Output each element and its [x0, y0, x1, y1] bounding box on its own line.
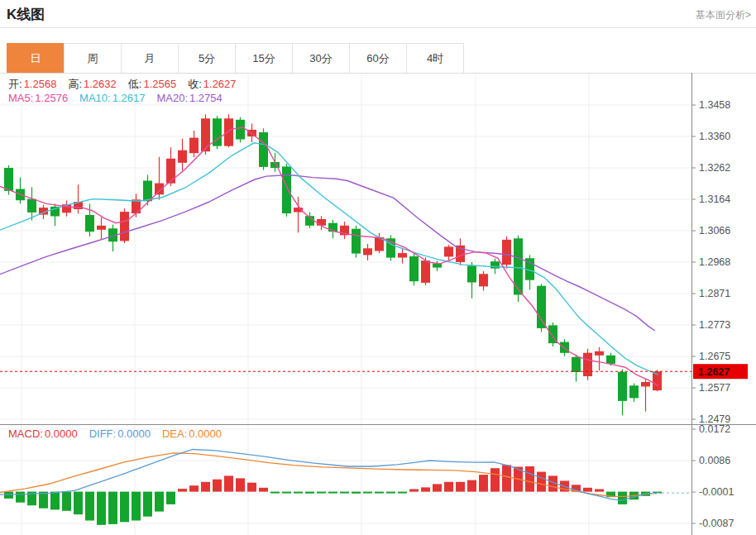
- kline-chart-canvas[interactable]: 1.34581.33601.32621.31641.30661.29681.28…: [0, 73, 756, 535]
- svg-text:-0.0087: -0.0087: [699, 518, 734, 529]
- tab-日[interactable]: 日: [7, 43, 65, 74]
- readout-ma20: MA20:1.2754: [156, 92, 222, 104]
- candle: [456, 238, 465, 265]
- candle: [548, 322, 557, 346]
- macd-bar: [328, 492, 337, 494]
- macd-bar: [386, 492, 395, 494]
- readout-diff: DIFF:0.0000: [89, 428, 151, 440]
- macd-bar: [166, 492, 175, 504]
- macd-bar: [618, 492, 627, 504]
- candle: [213, 116, 222, 149]
- candle: [572, 355, 581, 382]
- tab-4时[interactable]: 4时: [406, 43, 464, 74]
- macd-bar: [4, 492, 13, 499]
- fundamental-analysis-link[interactable]: 基本面分析>: [696, 8, 751, 22]
- svg-text:1.3458: 1.3458: [699, 99, 730, 111]
- macd-bar: [525, 466, 534, 492]
- svg-text:1.3360: 1.3360: [699, 131, 730, 142]
- macd-bar: [108, 492, 117, 524]
- macd-bar: [259, 488, 268, 492]
- macd-bar: [85, 492, 94, 521]
- macd-bar: [352, 492, 361, 494]
- current-price-marker: 1.2627: [693, 364, 748, 379]
- macd-bar: [39, 492, 48, 509]
- macd-bar: [97, 492, 106, 525]
- macd-bar: [294, 492, 303, 494]
- candles: [4, 114, 662, 415]
- macd-bar: [317, 492, 326, 494]
- macd-bar: [282, 492, 291, 494]
- candle: [120, 208, 129, 243]
- candle: [50, 203, 60, 226]
- candle: [618, 370, 627, 416]
- tab-月[interactable]: 月: [121, 43, 179, 74]
- readout-macd: MACD:0.0000: [8, 428, 78, 440]
- macd-bar: [189, 485, 199, 491]
- ma-readout: MA5:1.2576MA10:1.2617MA20:1.2754: [8, 92, 234, 104]
- readout-close: 收:1.2627: [188, 78, 236, 90]
- macd-bar: [595, 490, 604, 492]
- candle: [363, 244, 372, 260]
- svg-text:-0.0001: -0.0001: [699, 486, 734, 498]
- candle: [479, 271, 488, 291]
- readout-dea: DEA:0.0000: [162, 428, 222, 440]
- macd-bar: [375, 492, 384, 494]
- kline-widget: { "header": { "title": "K线图", "link": "基…: [0, 0, 756, 535]
- candle: [247, 124, 256, 143]
- macd-histogram: [4, 465, 662, 525]
- candle: [352, 226, 361, 258]
- svg-text:1.2675: 1.2675: [699, 351, 730, 362]
- macd-bar: [456, 482, 465, 492]
- candle: [189, 131, 199, 157]
- readout-ma5: MA5:1.2576: [8, 92, 68, 104]
- readout-open: 开:1.2568: [8, 78, 56, 90]
- ma10-line: [0, 143, 658, 375]
- candle: [340, 222, 349, 239]
- macd-bar: [583, 488, 592, 492]
- candle: [97, 217, 106, 239]
- tab-周[interactable]: 周: [64, 43, 122, 74]
- macd-bar: [178, 489, 187, 492]
- dea-line: [0, 453, 658, 496]
- svg-text:1.2773: 1.2773: [699, 319, 730, 331]
- candle: [236, 117, 245, 143]
- candle: [282, 164, 291, 217]
- candle: [16, 178, 25, 204]
- candle: [641, 379, 650, 412]
- macd-bar: [340, 492, 349, 494]
- candle: [409, 254, 419, 286]
- tab-30分[interactable]: 30分: [292, 43, 350, 74]
- svg-text:1.3066: 1.3066: [699, 225, 730, 236]
- tab-15分[interactable]: 15分: [235, 43, 293, 74]
- svg-text:1.2871: 1.2871: [699, 288, 730, 299]
- macd-readout: MACD:0.0000DIFF:0.0000DEA:0.0000: [8, 428, 233, 440]
- candle: [514, 236, 523, 302]
- macd-bar: [444, 482, 453, 492]
- candle: [386, 235, 395, 260]
- candle: [525, 256, 534, 290]
- period-tabs: 日周月5分15分30分60分4时: [7, 43, 464, 74]
- macd-bar: [270, 492, 280, 494]
- candle: [398, 248, 407, 264]
- macd-bar: [467, 480, 476, 492]
- macd-bar: [537, 472, 546, 492]
- candle: [444, 245, 453, 260]
- tab-5分[interactable]: 5分: [178, 43, 236, 74]
- macd-bar: [247, 483, 256, 492]
- candle: [155, 157, 164, 200]
- macd-bar: [201, 482, 210, 492]
- candle: [583, 349, 592, 380]
- macd-bar: [398, 492, 407, 494]
- candle: [502, 236, 511, 269]
- candle: [62, 201, 71, 217]
- macd-bar: [74, 492, 83, 515]
- svg-text:1.2968: 1.2968: [699, 256, 730, 268]
- macd-bar: [224, 475, 233, 491]
- tab-60分[interactable]: 60分: [349, 43, 407, 74]
- svg-text:0.0172: 0.0172: [699, 423, 730, 435]
- macd-bar: [213, 480, 222, 492]
- price-axis: 1.34581.33601.32621.31641.30661.29681.28…: [691, 99, 734, 529]
- candle: [629, 384, 639, 403]
- svg-text:1.2577: 1.2577: [699, 382, 730, 394]
- candle: [421, 257, 430, 285]
